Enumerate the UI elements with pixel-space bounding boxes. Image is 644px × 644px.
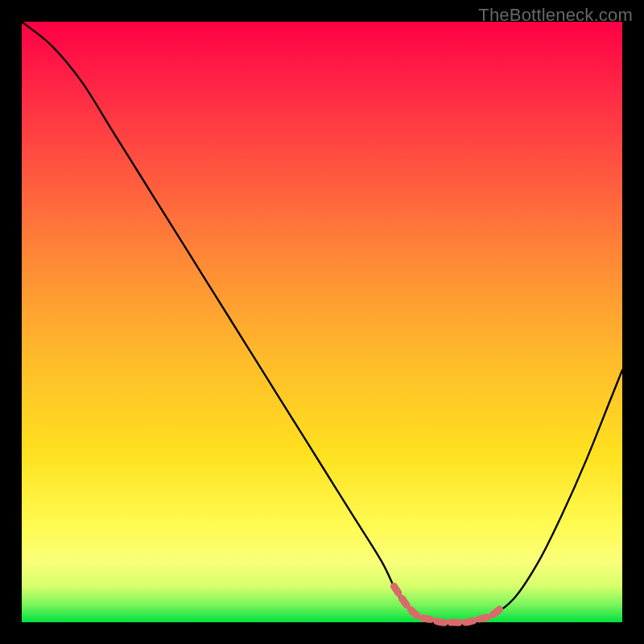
bottleneck-curve — [22, 22, 622, 623]
watermark: TheBottleneck.com — [478, 5, 633, 26]
chart-container: TheBottleneck.com — [0, 0, 644, 644]
bottleneck-curve-svg — [22, 22, 622, 622]
optimal-range-highlight — [394, 586, 502, 622]
